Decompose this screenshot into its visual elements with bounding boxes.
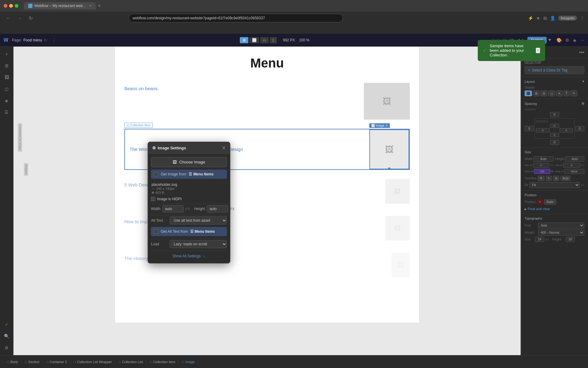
reload-button[interactable]: ↻ bbox=[27, 15, 35, 22]
page-selector[interactable]: Page: Food menu ↻ bbox=[12, 38, 47, 42]
width-input[interactable]: Auto bbox=[533, 156, 554, 162]
modal-height-input[interactable] bbox=[207, 205, 228, 213]
browser-tab[interactable]: Webflow – My restaurant web... ✕ bbox=[24, 2, 96, 10]
sidebar-icon-check[interactable]: ✓ bbox=[2, 320, 12, 329]
spacing-section-header[interactable]: Spacing ⊞ bbox=[521, 99, 588, 107]
bc-item-clw[interactable]: ◻ Collection List Wrapper bbox=[70, 359, 115, 365]
page-refresh-icon[interactable]: ↻ bbox=[44, 38, 47, 42]
get-alt-checkbox[interactable] bbox=[154, 229, 158, 234]
display-block-btn[interactable]: ⬛ bbox=[525, 90, 532, 96]
toast-notification: ✓ Sample items have been added to your C… bbox=[478, 40, 545, 61]
sidebar-icon-assets[interactable]: 🖼 bbox=[2, 72, 12, 82]
desktop-viewport-btn[interactable]: 🖥 bbox=[240, 37, 248, 43]
display-edit-btn[interactable]: ✎ bbox=[571, 90, 577, 96]
display-text-btn[interactable]: T bbox=[564, 90, 570, 96]
minimize-button[interactable] bbox=[9, 4, 13, 8]
fit-select[interactable]: Fill bbox=[529, 182, 580, 188]
image-settings-icon[interactable]: ⚙ bbox=[385, 124, 388, 127]
resize-handle[interactable] bbox=[388, 167, 390, 170]
padding-top-input[interactable]: 0 bbox=[550, 124, 559, 128]
sidebar-icon-add[interactable]: + bbox=[2, 49, 12, 59]
ecommerce-icon[interactable]: ◈ bbox=[573, 38, 576, 43]
max-w-input[interactable]: 100 bbox=[534, 169, 550, 174]
tab-search-icon[interactable]: ⊞ bbox=[543, 16, 547, 21]
margin-right-input[interactable]: 0 bbox=[575, 126, 584, 131]
overflow-hidden-btn[interactable]: ✎ bbox=[546, 176, 552, 181]
choose-image-button[interactable]: 🖼 Choose Image bbox=[151, 157, 227, 167]
bc-item-body[interactable]: ◻ Body bbox=[4, 359, 21, 365]
float-clear-link[interactable]: ▶ Float and clear bbox=[525, 207, 550, 211]
item-1-link[interactable]: Beans on beans bbox=[124, 86, 359, 91]
tab-close-icon[interactable]: ✕ bbox=[89, 4, 92, 8]
style-icon[interactable]: 🎨 bbox=[556, 38, 562, 43]
star-icon[interactable]: ★ bbox=[536, 16, 540, 21]
font-size-input[interactable]: 14 bbox=[535, 237, 544, 242]
overflow-auto-btn[interactable]: Auto bbox=[560, 176, 571, 181]
mobile-landscape-btn[interactable]: ▭ bbox=[260, 37, 269, 43]
settings-gear-icon[interactable]: ⚙ bbox=[565, 38, 569, 43]
line-height-input[interactable]: 20 bbox=[566, 237, 575, 242]
back-button[interactable]: ← bbox=[4, 15, 12, 21]
overflow-visible-btn[interactable]: 👁 bbox=[538, 176, 545, 181]
width-height-row: Width PX Height PX bbox=[151, 205, 227, 213]
position-static-badge[interactable]: Static bbox=[544, 199, 556, 205]
min-w-input[interactable]: 0 bbox=[533, 163, 549, 168]
panel-more-icon[interactable]: ••• bbox=[579, 50, 584, 55]
close-button[interactable] bbox=[4, 4, 7, 8]
bc-item-image[interactable]: ◻ Image bbox=[179, 359, 198, 365]
size-section-header[interactable]: Size bbox=[521, 148, 588, 155]
load-select[interactable]: Lazy: loads on scroll bbox=[170, 240, 227, 248]
profile-icon[interactable]: 👤 bbox=[550, 16, 555, 21]
position-section-header[interactable]: Position bbox=[521, 191, 588, 198]
typography-section-header[interactable]: Typography bbox=[521, 214, 588, 221]
sidebar-icon-nav[interactable]: ☰ bbox=[2, 107, 12, 117]
sidebar-icon-layers[interactable]: ⊞ bbox=[2, 61, 12, 71]
sidebar-icon-gear[interactable]: ⚙ bbox=[2, 343, 12, 353]
bc-item-container[interactable]: ◻ Container 2 bbox=[43, 359, 70, 365]
sidebar-icon-cms[interactable]: ◫ bbox=[2, 84, 12, 94]
sidebar-icon-search[interactable]: 🔍 bbox=[2, 331, 12, 341]
padding-bottom-input[interactable]: 0 bbox=[550, 133, 559, 137]
publish-dropdown-icon[interactable]: ▾ bbox=[548, 37, 551, 44]
modal-close-button[interactable]: ✕ bbox=[222, 145, 226, 151]
modal-width-input[interactable] bbox=[162, 205, 184, 213]
bc-item-ci[interactable]: ◻ Collection Item bbox=[146, 359, 179, 365]
sidebar-icon-ecom[interactable]: ◈ bbox=[2, 96, 12, 105]
min-h-input[interactable]: 0 bbox=[563, 163, 580, 168]
bc-item-section[interactable]: ◻ Section bbox=[21, 359, 43, 365]
margin-bottom-input[interactable]: 0 bbox=[550, 140, 559, 145]
display-flex-btn[interactable]: ⊞ bbox=[533, 90, 540, 96]
layout-section-header[interactable]: Layout ▾ bbox=[521, 77, 588, 85]
bc-item-cl[interactable]: ◻ Collection List bbox=[115, 359, 146, 365]
padding-right-input[interactable]: 0 bbox=[560, 128, 573, 132]
overflow-scroll-btn[interactable]: ⊟ bbox=[553, 176, 559, 181]
cms-icon[interactable]: → bbox=[580, 38, 584, 43]
padding-left-input[interactable]: 0 bbox=[536, 128, 550, 132]
display-inline-btn[interactable]: ◻ bbox=[548, 90, 555, 96]
extensions-icon[interactable]: ⚡ bbox=[528, 16, 533, 21]
selected-image[interactable]: ⬜ Image ⚙ 🖼 bbox=[369, 129, 409, 169]
add-class-button[interactable]: + Select a Class Or Tag bbox=[525, 66, 584, 74]
mobile-portrait-btn[interactable]: ▯ bbox=[270, 37, 277, 43]
url-bar[interactable]: webflow.com/design/my-restaurant-website… bbox=[129, 14, 343, 22]
canvas-area[interactable]: Affects all resolutions Desktop Menu Bea… bbox=[13, 47, 521, 355]
margin-left-input[interactable]: 0 bbox=[525, 126, 534, 131]
tablet-viewport-btn[interactable]: ⬜ bbox=[250, 37, 259, 43]
menu-icon[interactable]: ⋮ bbox=[580, 16, 584, 21]
maximize-button[interactable] bbox=[15, 4, 18, 8]
new-tab-button[interactable]: + bbox=[98, 3, 101, 9]
display-none-btn[interactable]: ✕ bbox=[556, 90, 563, 96]
alt-text-select[interactable]: Use alt text from asset bbox=[170, 217, 227, 224]
height-input[interactable]: Auto bbox=[565, 156, 584, 162]
weight-select[interactable]: 400 – Normal bbox=[538, 230, 584, 236]
forward-button[interactable]: → bbox=[15, 15, 24, 21]
hidpi-checkbox[interactable] bbox=[151, 197, 155, 201]
margin-top-input[interactable]: 0 bbox=[550, 112, 559, 117]
get-image-checkbox[interactable] bbox=[154, 172, 158, 176]
font-select[interactable]: Arial bbox=[538, 223, 584, 228]
show-all-settings-button[interactable]: Show All Settings → bbox=[151, 252, 227, 260]
toast-close-button[interactable]: ✕ bbox=[536, 48, 540, 53]
display-grid-btn[interactable]: ⊟ bbox=[541, 90, 547, 96]
max-h-input[interactable]: None bbox=[564, 169, 584, 174]
fit-more-icon[interactable]: ••• bbox=[581, 183, 584, 187]
